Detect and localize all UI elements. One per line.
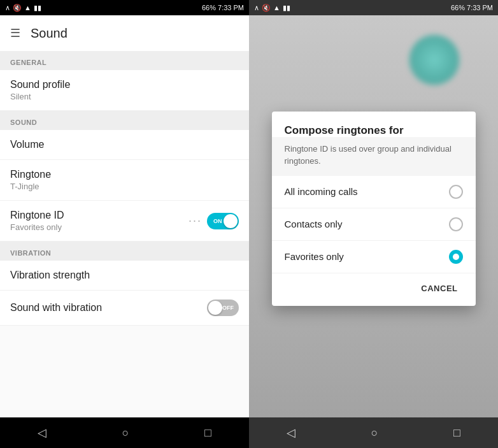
compose-ringtones-dialog: Compose ringtones for Ringtone ID is use… bbox=[272, 112, 476, 305]
sound-profile-sublabel: Silent bbox=[10, 92, 70, 101]
ringtone-id-toggle[interactable]: ON bbox=[207, 213, 239, 229]
right-panel: ∧ 🔇 ▲ ▮▮ 66% 7:33 PM Compose ringtones f… bbox=[249, 0, 498, 448]
volume-label: Volume bbox=[10, 139, 44, 150]
dialog-actions: CANCEL bbox=[272, 273, 476, 306]
app-title: Sound bbox=[31, 26, 68, 41]
dialog-title: Compose ringtones for bbox=[272, 112, 476, 137]
cancel-button[interactable]: CANCEL bbox=[413, 278, 465, 298]
recent-button-left[interactable]: □ bbox=[204, 426, 211, 440]
mute-icon: 🔇 bbox=[13, 4, 22, 12]
vibration-strength-label: Vibration strength bbox=[10, 270, 90, 281]
favorites-only-radio[interactable] bbox=[449, 250, 463, 264]
hamburger-icon[interactable]: ☰ bbox=[10, 26, 20, 40]
back-button-left[interactable]: ◁ bbox=[38, 426, 46, 440]
dialog-overlay: Compose ringtones for Ringtone ID is use… bbox=[249, 0, 498, 417]
ringtone-id-label: Ringtone ID bbox=[10, 210, 64, 221]
all-calls-radio[interactable] bbox=[449, 185, 463, 199]
bluetooth-icon: ∧ bbox=[5, 4, 10, 12]
radio-inner bbox=[453, 254, 459, 260]
section-vibration: VIBRATION bbox=[0, 242, 249, 261]
contacts-only-label: Contacts only bbox=[285, 219, 343, 229]
ringtone-sublabel: T-Jingle bbox=[10, 182, 51, 191]
option-favorites-only[interactable]: Favorites only bbox=[272, 241, 476, 273]
setting-sound-profile[interactable]: Sound profile Silent bbox=[0, 70, 249, 111]
bottom-nav-right: ◁ ○ □ bbox=[249, 417, 498, 448]
recent-button-right[interactable]: □ bbox=[453, 426, 460, 440]
setting-ringtone[interactable]: Ringtone T-Jingle bbox=[0, 160, 249, 201]
left-panel: ∧ 🔇 ▲ ▮▮ 66% 7:33 PM ☰ Sound GENERAL Sou… bbox=[0, 0, 249, 448]
setting-vibration-strength[interactable]: Vibration strength bbox=[0, 261, 249, 291]
ringtone-label: Ringtone bbox=[10, 169, 51, 180]
time-left: 7:33 PM bbox=[218, 4, 244, 11]
more-dots-icon[interactable]: ··· bbox=[189, 214, 202, 228]
section-general: GENERAL bbox=[0, 51, 249, 70]
bottom-nav-left: ◁ ○ □ bbox=[0, 417, 249, 448]
battery-percent: 66% bbox=[202, 4, 216, 11]
home-button-left[interactable]: ○ bbox=[122, 426, 129, 440]
section-sound: SOUND bbox=[0, 111, 249, 130]
sound-vibration-toggle[interactable]: OFF bbox=[207, 300, 239, 316]
all-calls-label: All incoming calls bbox=[285, 186, 358, 197]
settings-content: GENERAL Sound profile Silent SOUND Volum… bbox=[0, 51, 249, 417]
setting-sound-vibration[interactable]: Sound with vibration OFF bbox=[0, 291, 249, 326]
toggle-knob-2 bbox=[208, 301, 222, 315]
setting-ringtone-id[interactable]: Ringtone ID Favorites only ··· ON bbox=[0, 201, 249, 242]
option-all-calls[interactable]: All incoming calls bbox=[272, 176, 476, 208]
home-button-right[interactable]: ○ bbox=[371, 426, 378, 440]
back-button-right[interactable]: ◁ bbox=[287, 426, 295, 440]
sound-vibration-label: Sound with vibration bbox=[10, 302, 102, 314]
signal-icon: ▮▮ bbox=[34, 4, 41, 12]
status-bar-left: ∧ 🔇 ▲ ▮▮ 66% 7:33 PM bbox=[0, 0, 249, 15]
wifi-icon: ▲ bbox=[24, 4, 31, 11]
contacts-only-radio[interactable] bbox=[449, 217, 463, 231]
setting-volume[interactable]: Volume bbox=[0, 130, 249, 160]
dialog-subtitle: Ringtone ID is used over group and indiv… bbox=[272, 137, 476, 175]
ringtone-id-sublabel: Favorites only bbox=[10, 222, 64, 232]
app-bar: ☰ Sound bbox=[0, 15, 249, 51]
option-contacts-only[interactable]: Contacts only bbox=[272, 208, 476, 241]
toggle-knob bbox=[224, 214, 238, 228]
favorites-only-label: Favorites only bbox=[285, 251, 344, 262]
sound-profile-label: Sound profile bbox=[10, 79, 70, 90]
